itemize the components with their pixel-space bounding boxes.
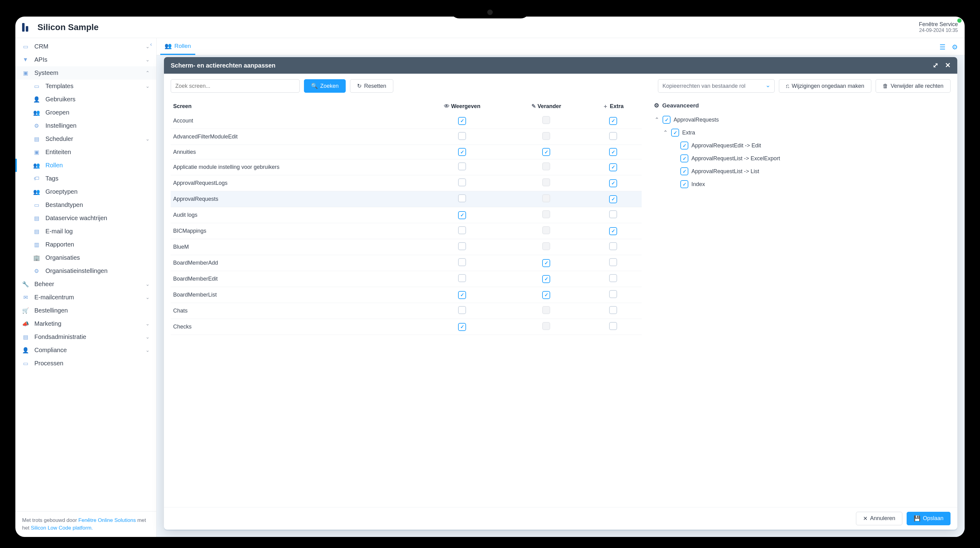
table-row[interactable]: Checks (171, 319, 642, 335)
toolbar-settings-icon[interactable]: ⚙ (952, 43, 958, 51)
sidebar-subitem[interactable]: 👥Rollen (15, 159, 156, 172)
sidebar-item[interactable]: ▭Processen (15, 357, 156, 370)
checkbox-on[interactable] (609, 227, 617, 235)
checkbox-on[interactable] (458, 291, 466, 299)
sidebar-subitem[interactable]: ▤E-mail log (15, 225, 156, 238)
table-row[interactable]: BoardMemberList (171, 287, 642, 303)
cancel-button[interactable]: ✕ Annuleren (856, 512, 902, 525)
checkbox-on[interactable] (458, 323, 466, 331)
checkbox-off[interactable] (609, 242, 617, 250)
tree-checkbox[interactable] (663, 116, 671, 124)
sidebar-item[interactable]: ↓▣Systeem⌃ (15, 66, 156, 79)
table-row[interactable]: BoardMemberEdit (171, 271, 642, 287)
checkbox-on[interactable] (542, 259, 550, 267)
checkbox-off[interactable] (609, 306, 617, 314)
sidebar-subitem[interactable]: 👥Groepen (15, 106, 156, 119)
table-row[interactable]: Chats (171, 303, 642, 319)
table-row[interactable]: AdvancedFilterModuleEdit (171, 129, 642, 145)
checkbox-off[interactable] (609, 132, 617, 140)
tree-group[interactable]: ⌃ Extra (654, 126, 951, 139)
checkbox-off[interactable] (609, 290, 617, 298)
sidebar-subitem[interactable]: ▤Dataservice wachtrijen (15, 211, 156, 225)
sidebar-item[interactable]: ▭CRM⌄ (15, 40, 156, 53)
checkbox-on[interactable] (542, 275, 550, 283)
sidebar-collapse-button[interactable]: ‹ (150, 41, 152, 48)
footer-link-fenetre[interactable]: Fenêtre Online Solutions (78, 517, 136, 523)
sidebar-subitem[interactable]: ▣Entiteiten (15, 146, 156, 159)
footer-link-silicon[interactable]: Silicon Low Code platform. (31, 525, 93, 531)
search-button[interactable]: 🔍 Zoeken (304, 79, 346, 93)
save-button[interactable]: 💾 Opslaan (907, 512, 951, 525)
sidebar-item[interactable]: 📣Marketing⌄ (15, 317, 156, 330)
sidebar-item[interactable]: ✉E-mailcentrum⌄ (15, 291, 156, 304)
tree-checkbox[interactable] (680, 167, 688, 175)
checkbox-on[interactable] (542, 291, 550, 299)
table-row[interactable]: ApprovalRequests (171, 191, 642, 207)
search-input[interactable] (171, 79, 300, 93)
checkbox-on[interactable] (609, 163, 617, 171)
checkbox-off[interactable] (458, 274, 466, 282)
sidebar-subitem[interactable]: 🏢Organisaties (15, 251, 156, 264)
sidebar-item[interactable]: ▤Fondsadministratie⌄ (15, 330, 156, 343)
checkbox-off[interactable] (458, 242, 466, 250)
sidebar-item[interactable]: 🔧Beheer⌄ (15, 278, 156, 291)
checkbox-off[interactable] (458, 258, 466, 266)
checkbox-on[interactable] (609, 117, 617, 125)
modal-close-icon[interactable]: ✕ (945, 61, 951, 69)
undo-button[interactable]: ⎌ Wijzigingen ongedaan maken (779, 79, 871, 93)
table-row[interactable]: BlueM (171, 239, 642, 255)
copy-role-select[interactable]: Kopieerrechten van bestaande rol (658, 79, 775, 93)
sidebar-subitem[interactable]: 👥Groeptypen (15, 185, 156, 199)
checkbox-on[interactable] (458, 211, 466, 219)
tree-leaf[interactable]: ApprovalRequestEdit -> Edit (654, 139, 951, 152)
checkbox-off[interactable] (609, 274, 617, 282)
checkbox-off[interactable] (458, 194, 466, 202)
table-row[interactable]: Annuities (171, 145, 642, 159)
sidebar-item[interactable]: 👤Compliance⌄ (15, 343, 156, 357)
checkbox-on[interactable] (609, 148, 617, 156)
sidebar-subitem[interactable]: 🏷Tags (15, 172, 156, 185)
modal-maximize-icon[interactable]: ⤢ (933, 61, 938, 69)
checkbox-on[interactable] (609, 179, 617, 187)
checkbox-off[interactable] (458, 178, 466, 186)
checkbox-off[interactable] (458, 162, 466, 170)
table-row[interactable]: ApprovalRequestLogs (171, 175, 642, 191)
tree-checkbox[interactable] (680, 141, 688, 149)
sidebar-subitem[interactable]: ⚙Organisatieinstellingen (15, 264, 156, 278)
checkbox-on[interactable] (458, 117, 466, 125)
sidebar-item[interactable]: ▼APIs⌄ (15, 53, 156, 66)
checkbox-on[interactable] (609, 195, 617, 203)
checkbox-off[interactable] (458, 132, 466, 140)
tree-checkbox[interactable] (680, 154, 688, 162)
checkbox-off[interactable] (609, 322, 617, 330)
table-row[interactable]: Applicatie module instelling voor gebrui… (171, 159, 642, 175)
sidebar-subitem[interactable]: ▭Templates⌄ (15, 79, 156, 93)
sidebar-subitem[interactable]: ⚙Instellingen (15, 119, 156, 132)
checkbox-off[interactable] (458, 306, 466, 314)
chevron-down-icon[interactable]: ⌃ (663, 129, 668, 136)
table-row[interactable]: BoardMemberAdd (171, 255, 642, 271)
tree-leaf[interactable]: Index (654, 178, 951, 191)
sidebar-subitem[interactable]: 👤Gebruikers (15, 93, 156, 106)
tree-checkbox[interactable] (680, 180, 688, 188)
tab-rollen[interactable]: 👥 Rollen (160, 38, 195, 55)
sidebar-item[interactable]: 🛒Bestellingen (15, 304, 156, 317)
sidebar-subitem[interactable]: ▭Bestandtypen (15, 199, 156, 211)
tree-checkbox[interactable] (671, 129, 679, 137)
checkbox-off[interactable] (609, 258, 617, 266)
reset-button[interactable]: ↻ Resetten (350, 79, 393, 93)
table-row[interactable]: BICMappings (171, 223, 642, 239)
toolbar-tune-icon[interactable]: ☰ (939, 43, 946, 51)
table-row[interactable]: Audit logs (171, 207, 642, 223)
chevron-down-icon[interactable]: ⌃ (654, 116, 659, 123)
tree-leaf[interactable]: ApprovalRequestList -> List (654, 165, 951, 178)
sidebar-subitem[interactable]: ▤Scheduler⌄ (15, 132, 156, 146)
delete-all-button[interactable]: 🗑 Verwijder alle rechten (876, 79, 951, 93)
checkbox-off[interactable] (458, 226, 466, 234)
checkbox-on[interactable] (458, 148, 466, 156)
tree-root[interactable]: ⌃ ApprovalRequests (654, 113, 951, 126)
tree-leaf[interactable]: ApprovalRequestList -> ExcelExport (654, 152, 951, 165)
table-row[interactable]: Account (171, 113, 642, 129)
checkbox-off[interactable] (609, 210, 617, 218)
checkbox-on[interactable] (542, 148, 550, 156)
